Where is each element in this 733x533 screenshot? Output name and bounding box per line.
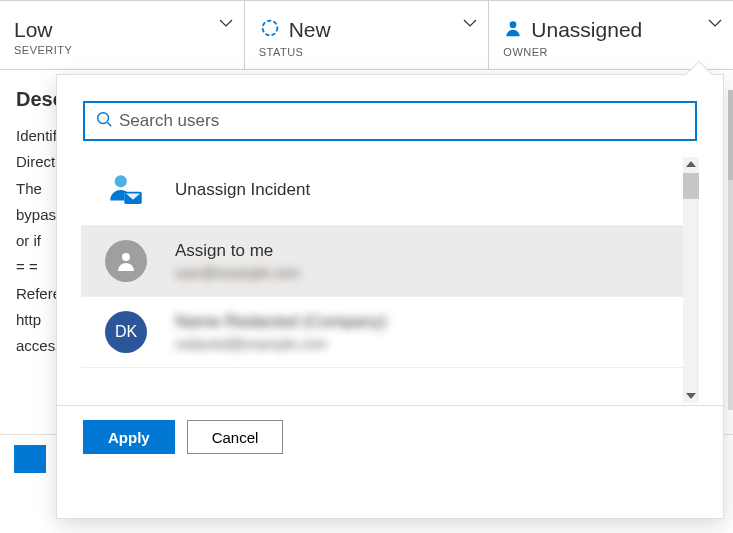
status-new-icon	[259, 17, 281, 44]
svg-point-0	[262, 20, 277, 35]
svg-point-1	[510, 21, 517, 28]
severity-label: SEVERITY	[14, 44, 230, 56]
chevron-down-icon	[707, 15, 723, 35]
severity-cell[interactable]: Low SEVERITY	[0, 1, 245, 69]
unassign-icon	[105, 169, 147, 211]
svg-point-4	[115, 175, 127, 187]
list-item-unassign[interactable]: Unassign Incident	[81, 155, 699, 226]
svg-point-9	[122, 253, 130, 261]
status-label: STATUS	[259, 46, 475, 58]
owner-assign-flyout: Unassign Incident Assign to me user@exam…	[56, 74, 724, 519]
svg-point-2	[98, 113, 109, 124]
list-item-label-redacted: Name Redacted (Company)	[175, 312, 387, 332]
list-item-sub-redacted: user@example.com	[175, 265, 300, 281]
list-item-label: Assign to me	[175, 241, 300, 261]
owner-cell[interactable]: Unassigned OWNER	[489, 1, 733, 69]
list-scrollbar[interactable]	[683, 157, 699, 403]
severity-value: Low	[14, 18, 230, 42]
cancel-button[interactable]: Cancel	[187, 420, 284, 454]
search-users-input[interactable]	[83, 101, 697, 141]
avatar-initials: DK	[105, 311, 147, 353]
search-users-field[interactable]	[119, 111, 685, 131]
search-icon	[95, 110, 119, 132]
svg-line-3	[108, 123, 112, 127]
content-scrollbar[interactable]	[728, 90, 733, 410]
scroll-down-icon[interactable]	[686, 393, 696, 399]
list-item-user[interactable]: DK Name Redacted (Company) redacted@exam…	[81, 297, 699, 368]
person-icon	[503, 17, 523, 44]
list-item-label: Unassign Incident	[175, 180, 310, 200]
list-item-sub-redacted: redacted@example.com	[175, 336, 387, 352]
incident-header: Low SEVERITY New STATUS Unass	[0, 0, 733, 70]
chevron-down-icon	[218, 15, 234, 35]
status-value: New	[289, 18, 331, 42]
avatar-me	[105, 240, 147, 282]
owner-label: OWNER	[503, 46, 719, 58]
flyout-footer: Apply Cancel	[57, 405, 723, 468]
user-list: Unassign Incident Assign to me user@exam…	[81, 155, 699, 405]
status-cell[interactable]: New STATUS	[245, 1, 490, 69]
scroll-up-icon[interactable]	[686, 161, 696, 167]
list-item-assign-to-me[interactable]: Assign to me user@example.com	[81, 226, 699, 297]
chevron-down-icon	[462, 15, 478, 35]
bottom-action-fragment	[14, 445, 46, 473]
owner-value: Unassigned	[531, 18, 642, 42]
scroll-thumb[interactable]	[683, 173, 699, 199]
apply-button[interactable]: Apply	[83, 420, 175, 454]
